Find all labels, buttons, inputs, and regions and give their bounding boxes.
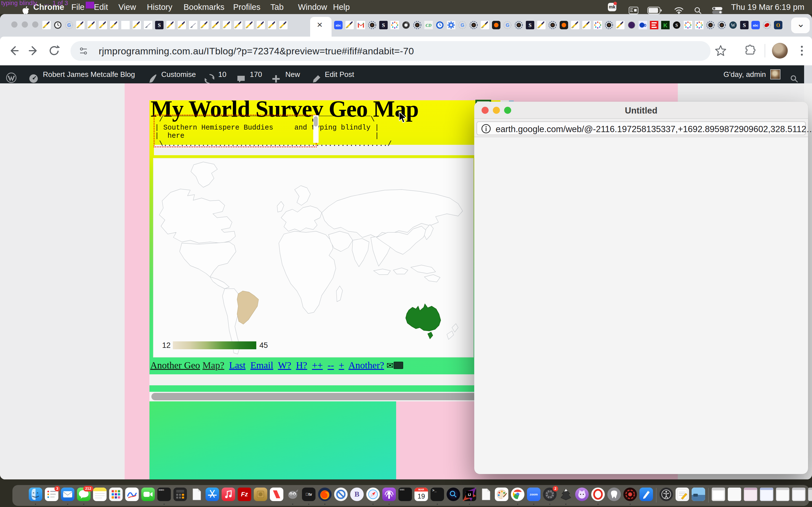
svg-text:O: O [776, 22, 780, 28]
svg-text:CD: CD [426, 23, 432, 27]
svg-text:G: G [506, 22, 509, 28]
svg-text:W: W [731, 23, 735, 27]
svg-text:S: S [529, 22, 532, 28]
svg-text:abc: abc [753, 24, 758, 27]
svg-text:S: S [382, 22, 385, 28]
svg-text:S: S [158, 22, 161, 28]
svg-text:K: K [663, 22, 668, 29]
svg-text:0: 0 [644, 23, 646, 27]
svg-text:IJ: IJ [468, 493, 471, 497]
svg-text:S: S [675, 23, 678, 27]
svg-text:G: G [460, 22, 464, 28]
svg-text:G: G [67, 22, 71, 28]
svg-text:abc: abc [336, 24, 341, 27]
svg-text:S: S [743, 22, 746, 28]
